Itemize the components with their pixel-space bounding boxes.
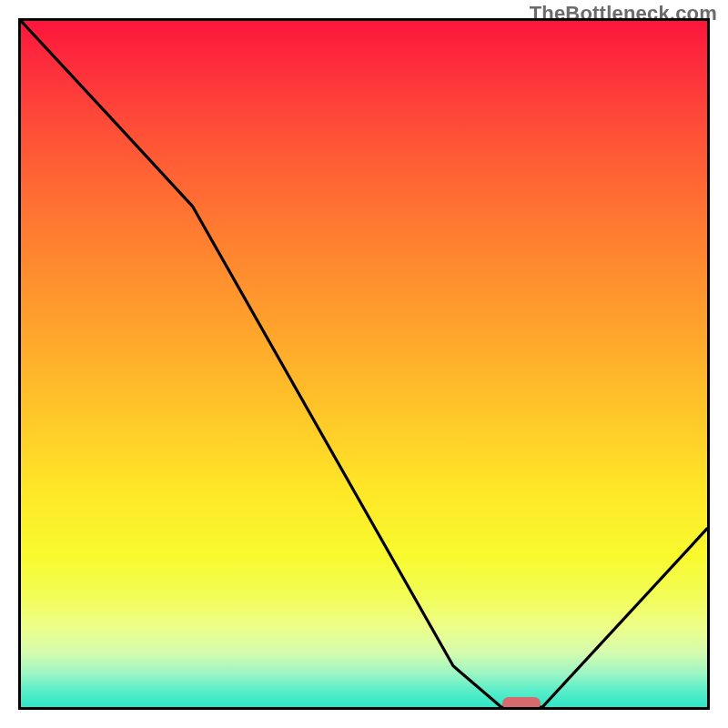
chart-canvas: TheBottleneck.com [0, 0, 728, 728]
sweet-spot-marker [502, 697, 541, 710]
bottleneck-curve [21, 21, 707, 707]
plot-area [18, 18, 710, 710]
